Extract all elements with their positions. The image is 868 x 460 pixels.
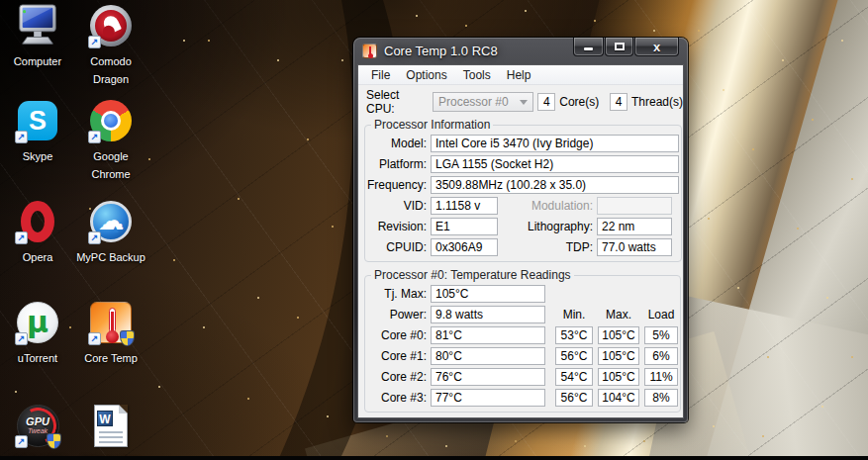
core1-min: 56°C — [555, 347, 593, 365]
comodo-dragon-icon: ↗ — [88, 3, 134, 48]
power-value: 9.8 watts — [431, 306, 545, 323]
desktop-icon-label: Opera — [23, 251, 53, 263]
processor-information-title: Processor Information — [371, 118, 493, 132]
desktop-icon-opera[interactable]: ↗ Opera — [1, 199, 74, 265]
menu-options[interactable]: Options — [398, 66, 454, 84]
core-temp-icon: ↗ — [88, 300, 134, 345]
word-document-icon: W — [88, 403, 134, 448]
core3-min: 56°C — [555, 389, 593, 407]
minimize-button[interactable] — [573, 38, 604, 56]
core-row: Core #3: 77°C 56°C 104°C 8% — [367, 387, 678, 408]
uac-shield-icon — [47, 433, 61, 449]
desktop-icon-mypc-backup[interactable]: ☁ ▲ ↗ MyPC Backup — [74, 199, 147, 265]
temperature-readings-title: Processor #0: Temperature Readings — [371, 268, 574, 282]
modulation-value — [597, 197, 672, 215]
model-label: Model: — [367, 137, 431, 150]
tjmax-value: 105°C — [431, 285, 545, 303]
platform-value: LGA 1155 (Socket H2) — [431, 155, 679, 173]
core0-load: 5% — [644, 326, 678, 344]
model-value: Intel Core i5 3470 (Ivy Bridge) — [431, 135, 679, 152]
temperature-readings-group: Processor #0: Temperature Readings Tj. M… — [364, 268, 681, 413]
core-temp-titlebar-icon — [362, 44, 377, 58]
cpu-select-dropdown[interactable]: Processor #0 — [433, 92, 534, 112]
core-row: Core #2: 76°C 54°C 105°C 11% — [367, 366, 678, 387]
threads-label: Thread(s) — [631, 95, 683, 109]
maximize-button[interactable] — [605, 38, 633, 56]
shortcut-arrow-icon: ↗ — [15, 231, 28, 244]
desktop-icon-computer[interactable]: Computer — [1, 3, 74, 69]
core2-label: Core #2: — [367, 370, 431, 384]
desktop-icon-asus-gpu[interactable]: GPU Tweak ↗ ASUS GPU — [1, 403, 74, 460]
core3-load: 8% — [644, 389, 678, 407]
core2-temp: 76°C — [431, 368, 545, 386]
desktop: Computer ↗ Comodo Dragon S ↗ Skype ↗ Goo… — [0, 0, 868, 460]
desktop-icon-comodo-dragon[interactable]: ↗ Comodo Dragon — [74, 3, 147, 87]
core1-load: 6% — [644, 347, 678, 365]
window-title: Core Temp 1.0 RC8 — [384, 44, 498, 58]
core2-max: 105°C — [598, 368, 639, 386]
menu-tools[interactable]: Tools — [455, 66, 499, 84]
computer-icon — [15, 3, 60, 48]
shortcut-arrow-icon: ↗ — [88, 332, 101, 345]
maximize-icon — [615, 43, 625, 50]
core0-min: 53°C — [555, 326, 593, 344]
shortcut-arrow-icon: ↗ — [15, 332, 28, 345]
shortcut-arrow-icon: ↗ — [15, 435, 28, 448]
core3-label: Core #3: — [367, 391, 431, 405]
uac-shield-icon — [120, 330, 135, 346]
core3-max: 104°C — [598, 389, 639, 407]
frequency-value: 3509.88MHz (100.28 x 35.0) — [431, 176, 679, 194]
utorrent-icon: µ ↗ — [15, 300, 60, 345]
wallpaper-dots-bright — [0, 0, 2, 2]
menu-help[interactable]: Help — [499, 66, 539, 84]
cores-label: Core(s) — [559, 95, 599, 109]
min-column-header: Min. — [555, 308, 593, 322]
power-label: Power: — [367, 308, 431, 322]
vid-value: 1.1158 v — [431, 197, 498, 215]
max-column-header: Max. — [598, 308, 639, 322]
minimize-icon — [584, 47, 593, 50]
menu-bar: File Options Tools Help — [358, 65, 683, 85]
core3-temp: 77°C — [431, 389, 545, 407]
cpuid-label: CPUID: — [367, 240, 431, 254]
core2-load: 11% — [644, 368, 678, 386]
tdp-label: TDP: — [498, 240, 597, 254]
shortcut-arrow-icon: ↗ — [88, 131, 101, 143]
cpuid-value: 0x306A9 — [431, 238, 498, 256]
tjmax-label: Tj. Max: — [367, 287, 431, 301]
desktop-icon-label: uTorrent — [18, 352, 57, 364]
core0-temp: 81°C — [431, 326, 545, 344]
shortcut-arrow-icon: ↗ — [15, 131, 28, 143]
desktop-icon-label: Google Chrome — [91, 150, 130, 180]
core2-min: 54°C — [555, 368, 593, 386]
menu-file[interactable]: File — [363, 66, 398, 84]
processor-information-group: Processor Information Model: Intel Core … — [364, 118, 682, 262]
desktop-icon-word-document[interactable]: W ExSam tour — [74, 403, 147, 460]
desktop-icon-google-chrome[interactable]: ↗ Google Chrome — [74, 98, 147, 182]
platform-label: Platform: — [367, 157, 431, 171]
close-button[interactable]: x — [634, 38, 679, 56]
desktop-icon-core-temp[interactable]: ↗ Core Temp — [74, 300, 147, 366]
chrome-icon: ↗ — [88, 98, 134, 143]
desktop-icon-label: Skype — [23, 150, 53, 162]
core1-temp: 80°C — [431, 347, 545, 365]
modulation-label: Modulation: — [498, 199, 597, 213]
core-temp-window: Core Temp 1.0 RC8 x File Options Tools H… — [353, 38, 688, 422]
revision-label: Revision: — [367, 220, 431, 233]
frequency-label: Frequency: — [367, 178, 431, 192]
core1-max: 105°C — [598, 347, 639, 365]
close-icon: x — [653, 41, 660, 53]
desktop-icon-utorrent[interactable]: µ ↗ uTorrent — [1, 300, 74, 366]
threads-count: 4 — [610, 93, 627, 111]
desktop-icon-skype[interactable]: S ↗ Skype — [1, 98, 74, 164]
dropdown-arrow-icon — [520, 100, 528, 105]
skype-icon: S ↗ — [15, 98, 60, 143]
desktop-icon-label: Core Temp — [84, 352, 138, 364]
tdp-value: 77.0 watts — [597, 238, 672, 256]
core-row: Core #1: 80°C 56°C 105°C 6% — [367, 345, 678, 366]
select-cpu-label: Select CPU: — [366, 88, 431, 116]
mypc-backup-icon: ☁ ▲ ↗ — [88, 199, 134, 244]
window-titlebar[interactable]: Core Temp 1.0 RC8 x — [353, 38, 688, 64]
core-row: Core #0: 81°C 53°C 105°C 5% — [367, 324, 678, 345]
desktop-icon-label: Computer — [14, 55, 61, 67]
